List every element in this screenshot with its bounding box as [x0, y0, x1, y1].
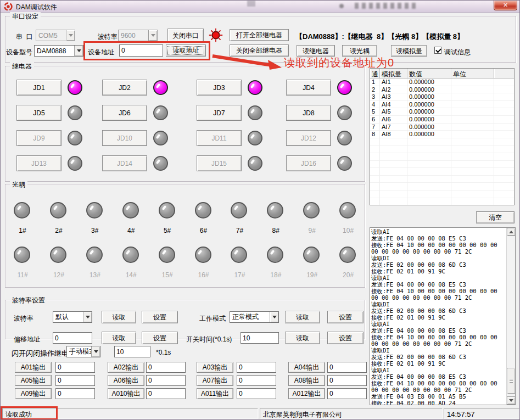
app-logo-icon — [4, 2, 13, 11]
relay-button-jd10[interactable]: JD10 — [102, 130, 147, 146]
clear-log-button[interactable]: 清空 — [476, 211, 515, 223]
relay-button-jd15[interactable]: JD15 — [197, 155, 242, 171]
analog-header-2[interactable]: 数值 — [407, 69, 451, 79]
scroll-up-icon[interactable] — [507, 228, 516, 236]
flash-time-input[interactable] — [114, 346, 150, 357]
baud-setting-select[interactable]: 默认 — [53, 311, 92, 323]
output-value-input-a09输出[interactable] — [55, 388, 95, 399]
output-button-a010输出[interactable]: A010输出 — [108, 388, 144, 399]
output-value-input-a011输出[interactable] — [237, 388, 276, 399]
relay-button-jd8[interactable]: JD8 — [286, 105, 331, 121]
switchtime-set-button[interactable]: 设置 — [327, 332, 364, 344]
relay-button-jd2[interactable]: JD2 — [102, 80, 147, 96]
debug-log-box: 读取AI发送:FE 04 00 00 00 08 E5 C3接收:FE 04 1… — [370, 227, 516, 405]
table-cell — [380, 198, 407, 206]
relay-led-jd11 — [248, 131, 262, 145]
table-row — [370, 183, 514, 191]
table-cell — [494, 108, 514, 116]
output-value-input-a01输出[interactable] — [55, 362, 95, 373]
workmode-read-button[interactable]: 读取 — [285, 311, 320, 323]
relay-button-jd3[interactable]: JD3 — [197, 80, 242, 96]
output-button-a04输出[interactable]: A04输出 — [288, 362, 325, 373]
relay-button-jd1[interactable]: JD1 — [16, 80, 61, 96]
output-value-input-a06输出[interactable] — [146, 375, 186, 386]
relay-button-jd14[interactable]: JD14 — [102, 155, 147, 171]
debug-info-checkbox[interactable] — [434, 47, 441, 54]
close-all-relays-button[interactable]: 关闭全部继电器 — [230, 44, 289, 57]
output-button-a09输出[interactable]: A09输出 — [15, 388, 52, 399]
output-value-input-a010输出[interactable] — [146, 388, 186, 399]
output-value-input-a07输出[interactable] — [237, 375, 276, 386]
relay-led-jd5 — [68, 105, 82, 120]
relay-button-jd12[interactable]: JD12 — [286, 130, 331, 146]
workmode-select[interactable]: 正常模式 — [230, 311, 279, 323]
read-opto-button[interactable]: 读光耦 — [342, 45, 377, 57]
output-button-a03输出[interactable]: A03输出 — [197, 362, 233, 373]
output-button-a07输出[interactable]: A07输出 — [197, 375, 233, 386]
relay-button-jd7[interactable]: JD7 — [197, 105, 242, 121]
device-address-input[interactable] — [119, 44, 163, 57]
read-relay-button[interactable]: 读继电器 — [297, 45, 335, 57]
table-row — [370, 198, 514, 206]
table-cell — [451, 138, 494, 146]
output-button-a06输出[interactable]: A06输出 — [108, 375, 144, 386]
offset-address-input[interactable] — [53, 332, 92, 344]
offset-address-label: 偏移地址 — [14, 335, 40, 344]
app-window: DAM调试软件 ✕ 串口设定 串 口 COM5 波特率 9600 关闭串口 打开… — [0, 0, 520, 420]
workmode-set-button[interactable]: 设置 — [327, 311, 364, 323]
relay-button-jd5[interactable]: JD5 — [16, 105, 61, 121]
output-value-input-a012输出[interactable] — [327, 388, 367, 399]
close-serial-button[interactable]: 关闭串口 — [167, 29, 204, 42]
scrollbar-thumb[interactable] — [507, 368, 516, 394]
output-button-a05输出[interactable]: A05输出 — [15, 375, 52, 386]
opto-led-12 — [50, 247, 66, 263]
opto-led-15 — [159, 247, 175, 263]
scroll-down-icon[interactable] — [507, 396, 516, 405]
output-value-input-a03输出[interactable] — [237, 362, 276, 373]
flash-mode-select[interactable]: 手动模式 — [66, 346, 100, 357]
baud-rate-select[interactable]: 9600 — [118, 30, 158, 41]
output-button-a08输出[interactable]: A08输出 — [288, 375, 325, 386]
chevron-down-icon — [83, 312, 92, 322]
table-cell — [451, 153, 494, 161]
baud-settings-title: 波特率设置 — [10, 296, 47, 305]
offset-read-button[interactable]: 读取 — [102, 332, 136, 344]
relay-led-jd10 — [153, 131, 168, 145]
log-scrollbar[interactable] — [506, 228, 515, 405]
output-value-input-a02输出[interactable] — [146, 362, 186, 373]
table-cell — [494, 145, 514, 153]
com-port-select[interactable]: COM5 — [36, 30, 75, 41]
relay-button-jd4[interactable]: JD4 — [286, 80, 331, 96]
relay-button-jd6[interactable]: JD6 — [102, 105, 147, 121]
analog-header-3[interactable]: 单位 — [451, 69, 494, 79]
output-value-input-a05输出[interactable] — [55, 375, 95, 386]
output-button-a02输出[interactable]: A02输出 — [108, 362, 144, 373]
relay-button-jd16[interactable]: JD16 — [286, 155, 331, 171]
switchtime-read-button[interactable]: 读取 — [285, 332, 320, 344]
switchtime-input[interactable] — [241, 332, 279, 344]
offset-set-button[interactable]: 设置 — [142, 332, 178, 344]
read-address-button[interactable]: 读取地址 — [166, 44, 206, 57]
chevron-down-icon — [74, 46, 83, 56]
open-all-relays-button[interactable]: 打开全部继电器 — [230, 29, 289, 41]
analog-header-4[interactable] — [494, 69, 514, 79]
output-button-a01输出[interactable]: A01输出 — [15, 362, 52, 373]
read-analog-button[interactable]: 读模拟量 — [391, 45, 427, 57]
relay-button-jd13[interactable]: JD13 — [16, 155, 61, 171]
baud-read-button[interactable]: 读取 — [102, 311, 136, 323]
output-button-a012输出[interactable]: A012输出 — [288, 388, 325, 399]
relay-button-jd9[interactable]: JD9 — [16, 130, 61, 146]
relay-button-jd11[interactable]: JD11 — [197, 130, 242, 146]
baud-set-button[interactable]: 设置 — [142, 311, 178, 323]
table-cell: 7 — [370, 124, 380, 131]
table-cell — [494, 124, 514, 131]
output-value-input-a08输出[interactable] — [327, 375, 367, 386]
close-button[interactable]: ✕ — [494, 1, 517, 10]
table-cell — [451, 183, 494, 191]
output-button-a011输出[interactable]: A011输出 — [197, 388, 233, 399]
opto-led-4 — [122, 202, 139, 219]
relay-led-jd3 — [248, 80, 262, 95]
device-model-select[interactable]: DAM0888 — [34, 45, 83, 57]
table-row: 7AI70.000000 — [370, 124, 514, 131]
output-value-input-a04输出[interactable] — [327, 362, 367, 373]
